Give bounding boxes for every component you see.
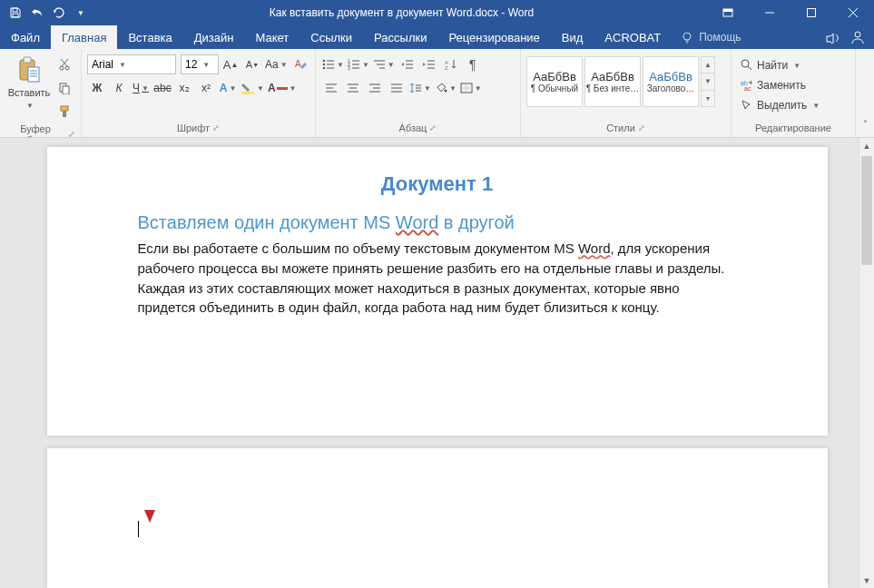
show-marks-button[interactable]: ¶ [463,54,483,74]
copy-icon [58,82,71,94]
font-size-select[interactable]: 12▼ [181,54,219,74]
tab-file[interactable]: Файл [0,25,51,49]
line-spacing-button[interactable]: ▼ [408,78,432,98]
collapse-ribbon-button[interactable]: ˄ [855,113,874,133]
clear-formatting-button[interactable]: A [290,54,310,74]
strikethrough-button[interactable]: abc [152,78,172,98]
text-effects-button[interactable]: A▼ [218,78,238,98]
copy-button[interactable] [54,78,74,98]
styles-scroll-down[interactable]: ▼ [702,74,714,90]
svg-rect-24 [61,106,68,111]
highlight-icon [241,82,255,94]
tab-acrobat[interactable]: ACROBAT [594,25,672,49]
undo-icon[interactable] [29,5,45,21]
style-nospace-label: ¶ Без инте… [586,83,640,93]
styles-dialog-launcher[interactable]: ⤢ [638,123,645,132]
numbering-button[interactable]: 123▼ [347,54,370,74]
svg-rect-3 [723,9,732,12]
document-page-2[interactable] [47,448,828,588]
bullets-button[interactable]: ▼ [321,54,345,74]
grow-font-button[interactable]: A▲ [221,54,241,74]
justify-button[interactable] [387,78,407,98]
tab-home[interactable]: Главная [51,25,117,49]
font-name-select[interactable]: Arial▼ [87,54,176,74]
find-button[interactable]: Найти▼ [737,56,804,74]
bold-button[interactable]: Ж [87,78,107,98]
qat-customize-icon[interactable]: ▼ [73,5,89,21]
select-button[interactable]: Выделить▼ [737,96,823,114]
save-icon[interactable] [7,5,24,21]
ribbon-display-icon[interactable] [707,0,749,25]
document-page-1[interactable]: Документ 1 Вставляем один документ MS Wo… [47,147,828,436]
tab-references[interactable]: Ссылки [300,25,363,49]
sort-button[interactable]: AZ [441,54,461,74]
maximize-icon[interactable] [791,0,832,25]
decrease-indent-button[interactable] [398,54,417,74]
superscript-button[interactable]: x² [196,78,216,98]
font-group-label: Шрифт [177,122,210,133]
svg-rect-14 [28,67,39,82]
account-icon[interactable] [850,30,865,44]
styles-scroll-up[interactable]: ▲ [702,57,714,74]
replace-button[interactable]: abac Заменить [737,76,810,94]
bullets-icon [322,59,335,70]
annotation-arrow-icon [138,430,165,530]
subscript-button[interactable]: x₂ [174,78,194,98]
svg-point-31 [323,64,325,65]
shrink-font-button[interactable]: A▼ [242,54,262,74]
group-clipboard: Вставить ▼ Буфер обм…⤢ [0,49,82,137]
format-painter-button[interactable] [54,102,74,122]
paste-button[interactable]: Вставить ▼ [5,53,53,113]
svg-text:ac: ac [744,85,751,92]
minimize-icon[interactable] [749,0,791,25]
italic-button[interactable]: К [109,78,129,98]
group-styles: АаБбВв ¶ Обычный АаБбВв ¶ Без инте… АаБб… [521,49,732,137]
tab-view[interactable]: Вид [551,25,594,49]
svg-text:A: A [295,59,301,69]
align-center-button[interactable] [343,78,363,98]
style-no-spacing[interactable]: АаБбВв ¶ Без инте… [584,56,641,107]
svg-rect-5 [808,9,816,17]
svg-point-29 [323,60,325,62]
change-case-button[interactable]: Aa▼ [264,54,289,74]
shading-button[interactable]: ▼ [434,78,457,98]
multilevel-list-button[interactable]: ▼ [372,54,396,74]
tab-mailings[interactable]: Рассылки [363,25,437,49]
tab-insert[interactable]: Вставка [117,25,182,49]
brush-icon [58,105,71,118]
borders-button[interactable]: ▼ [459,78,483,98]
cut-button[interactable] [54,54,74,74]
svg-rect-27 [241,92,254,94]
style-heading1[interactable]: АаБбВв Заголово… [643,56,699,107]
styles-expand[interactable]: ▾ [702,91,714,106]
titlebar: ▼ Как вставить документ в документ Word.… [0,0,874,25]
tell-me[interactable]: Помощь [672,25,816,49]
svg-rect-28 [277,87,288,90]
paragraph-dialog-launcher[interactable]: ⤢ [429,123,437,132]
font-color-button[interactable]: A▼ [267,78,298,98]
scroll-down-icon[interactable]: ▼ [859,573,874,588]
align-right-button[interactable] [365,78,385,98]
align-left-button[interactable] [321,78,341,98]
style-normal[interactable]: АаБбВв ¶ Обычный [526,56,583,107]
paste-label: Вставить [8,87,51,98]
scroll-up-icon[interactable]: ▲ [859,138,874,153]
redo-icon[interactable] [51,5,67,21]
text-cursor [138,521,139,537]
underline-button[interactable]: Ч▼ [131,78,151,98]
search-icon [741,59,753,72]
font-dialog-launcher[interactable]: ⤢ [212,123,220,132]
increase-indent-button[interactable] [419,54,439,74]
share-icon[interactable] [825,31,841,44]
vertical-scrollbar[interactable]: ▲ ▼ [859,138,874,588]
scroll-thumb[interactable] [861,156,872,265]
tab-review[interactable]: Рецензирование [437,25,550,49]
tab-layout[interactable]: Макет [244,25,300,49]
sort-icon: AZ [445,59,457,70]
close-icon[interactable] [832,0,874,25]
highlight-button[interactable]: ▼ [240,78,265,98]
ribbon-tabs: Файл Главная Вставка Дизайн Макет Ссылки… [0,25,874,49]
style-heading1-label: Заголово… [647,83,695,93]
tab-design[interactable]: Дизайн [183,25,245,49]
svg-line-72 [748,66,751,70]
